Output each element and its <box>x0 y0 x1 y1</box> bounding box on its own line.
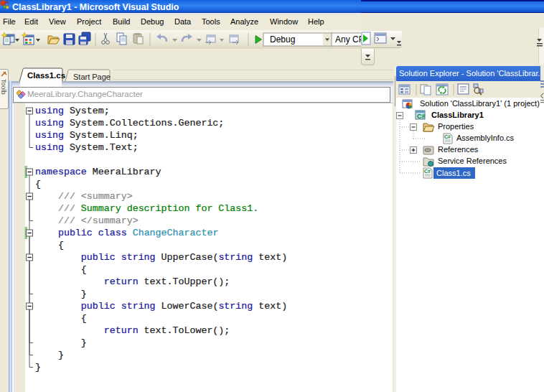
svg-text:C#: C# <box>444 134 451 139</box>
svg-text:Debug: Debug <box>270 34 295 45</box>
svg-text:Any CPU: Any CPU <box>335 34 361 45</box>
svg-text:C#: C# <box>424 169 431 174</box>
svg-text:C#: C# <box>417 113 426 120</box>
